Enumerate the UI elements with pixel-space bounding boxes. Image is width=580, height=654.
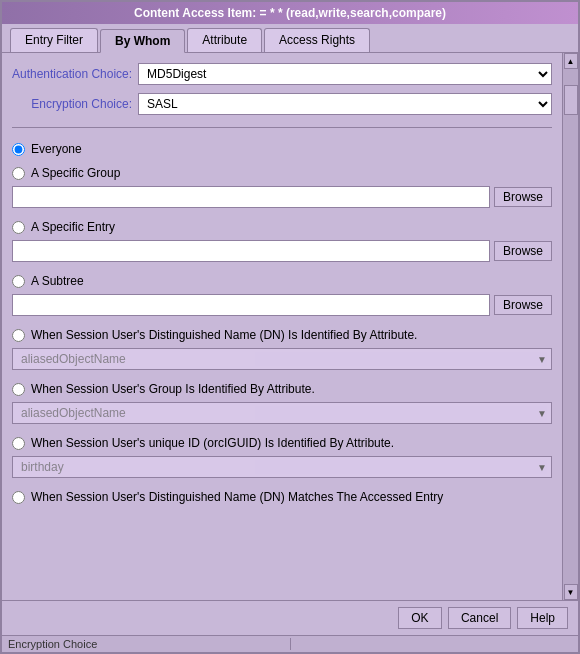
radio-everyone-label: Everyone — [31, 142, 82, 156]
status-bar: Encryption Choice — [2, 635, 578, 652]
radio-specific-group-input[interactable] — [12, 167, 25, 180]
auth-label: Authentication Choice: — [12, 67, 132, 81]
window-title: Content Access Item: = * * (read,write,s… — [134, 6, 446, 20]
radio-session-dn-matches-row: When Session User's Distinguished Name (… — [12, 490, 552, 504]
radio-session-dn-attr-label: When Session User's Distinguished Name (… — [31, 328, 417, 342]
radio-session-uid-attr-label: When Session User's unique ID (orcIGUID)… — [31, 436, 394, 450]
dropdown-arrow-icon3: ▼ — [537, 462, 547, 473]
radio-specific-group-row: A Specific Group — [12, 166, 552, 180]
scroll-up-button[interactable]: ▲ — [564, 53, 578, 69]
specific-group-input[interactable] — [12, 186, 490, 208]
tab-access-rights[interactable]: Access Rights — [264, 28, 370, 52]
scrollbar: ▲ ▼ — [562, 53, 578, 600]
main-window: Content Access Item: = * * (read,write,s… — [0, 0, 580, 654]
radio-specific-entry-input[interactable] — [12, 221, 25, 234]
radio-session-dn-attr-row: When Session User's Distinguished Name (… — [12, 328, 552, 342]
bottom-bar: OK Cancel Help — [2, 600, 578, 635]
divider — [12, 127, 552, 128]
session-group-attr-dropdown[interactable]: aliasedObjectName ▼ — [12, 402, 552, 424]
specific-entry-input-row: Browse — [12, 240, 552, 262]
help-button[interactable]: Help — [517, 607, 568, 629]
specific-group-browse-button[interactable]: Browse — [494, 187, 552, 207]
main-panel: Authentication Choice: MD5Digest Simple … — [2, 53, 562, 600]
content-area: Authentication Choice: MD5Digest Simple … — [2, 53, 578, 600]
radio-subtree-input[interactable] — [12, 275, 25, 288]
tab-attribute[interactable]: Attribute — [187, 28, 262, 52]
radio-session-uid-attr-input[interactable] — [12, 437, 25, 450]
enc-choice-row: Encryption Choice: SASL None SSL — [12, 93, 552, 115]
ok-button[interactable]: OK — [398, 607, 442, 629]
scroll-down-button[interactable]: ▼ — [564, 584, 578, 600]
radio-session-group-attr-input[interactable] — [12, 383, 25, 396]
subtree-input[interactable] — [12, 294, 490, 316]
radio-specific-entry-label: A Specific Entry — [31, 220, 115, 234]
auth-choice-select[interactable]: MD5Digest Simple SSL — [138, 63, 552, 85]
title-bar: Content Access Item: = * * (read,write,s… — [2, 2, 578, 24]
status-right — [291, 638, 573, 650]
specific-entry-input[interactable] — [12, 240, 490, 262]
status-left: Encryption Choice — [8, 638, 291, 650]
cancel-button[interactable]: Cancel — [448, 607, 511, 629]
session-uid-attr-dropdown-row: birthday ▼ — [12, 456, 552, 478]
radio-specific-entry-row: A Specific Entry — [12, 220, 552, 234]
auth-choice-row: Authentication Choice: MD5Digest Simple … — [12, 63, 552, 85]
session-uid-attr-select[interactable]: birthday — [17, 460, 547, 474]
enc-choice-select[interactable]: SASL None SSL — [138, 93, 552, 115]
session-dn-attr-dropdown-row: aliasedObjectName ▼ — [12, 348, 552, 370]
radio-session-group-attr-label: When Session User's Group Is Identified … — [31, 382, 315, 396]
radio-everyone: Everyone — [12, 142, 552, 156]
radio-session-dn-matches-input[interactable] — [12, 491, 25, 504]
radio-subtree-label: A Subtree — [31, 274, 84, 288]
specific-group-input-row: Browse — [12, 186, 552, 208]
dropdown-arrow-icon2: ▼ — [537, 408, 547, 419]
session-uid-attr-dropdown[interactable]: birthday ▼ — [12, 456, 552, 478]
dropdown-arrow-icon: ▼ — [537, 354, 547, 365]
radio-specific-group-label: A Specific Group — [31, 166, 120, 180]
scroll-thumb[interactable] — [564, 85, 578, 115]
radio-subtree-row: A Subtree — [12, 274, 552, 288]
radio-session-group-attr-row: When Session User's Group Is Identified … — [12, 382, 552, 396]
radio-everyone-input[interactable] — [12, 143, 25, 156]
tab-entry-filter[interactable]: Entry Filter — [10, 28, 98, 52]
session-dn-attr-select[interactable]: aliasedObjectName — [17, 352, 547, 366]
specific-entry-browse-button[interactable]: Browse — [494, 241, 552, 261]
session-dn-attr-dropdown[interactable]: aliasedObjectName ▼ — [12, 348, 552, 370]
tabs-bar: Entry Filter By Whom Attribute Access Ri… — [2, 24, 578, 53]
enc-label: Encryption Choice: — [12, 97, 132, 111]
subtree-browse-button[interactable]: Browse — [494, 295, 552, 315]
radio-session-dn-attr-input[interactable] — [12, 329, 25, 342]
session-group-attr-select[interactable]: aliasedObjectName — [17, 406, 547, 420]
radio-session-dn-matches-label: When Session User's Distinguished Name (… — [31, 490, 443, 504]
session-group-attr-dropdown-row: aliasedObjectName ▼ — [12, 402, 552, 424]
status-left-text: Encryption Choice — [8, 638, 97, 650]
tab-by-whom[interactable]: By Whom — [100, 29, 185, 53]
radio-session-uid-attr-row: When Session User's unique ID (orcIGUID)… — [12, 436, 552, 450]
subtree-input-row: Browse — [12, 294, 552, 316]
